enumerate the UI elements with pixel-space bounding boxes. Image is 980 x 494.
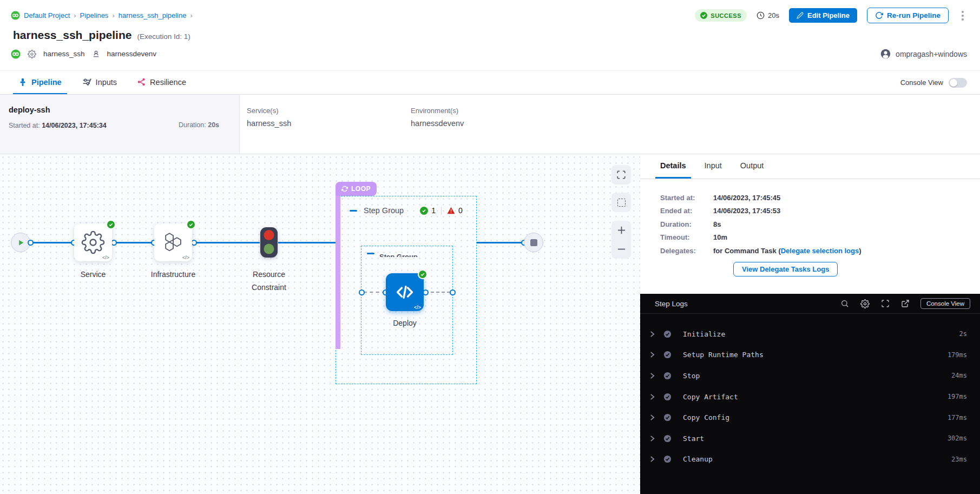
environment-name[interactable]: harnessdevenv [107, 50, 157, 58]
stage-card[interactable]: deploy-ssh Started at: 14/06/2023, 17:45… [0, 95, 240, 154]
tab-details[interactable]: Details [655, 154, 691, 179]
console-view-label: Console View [900, 78, 943, 87]
console-view-button[interactable]: Console View [920, 298, 970, 309]
deploy-node-label: Deploy [372, 317, 437, 330]
infrastructure-node[interactable]: </> [154, 223, 192, 261]
chevron-right-icon[interactable] [649, 351, 655, 358]
more-options-kebab-icon[interactable] [958, 9, 967, 23]
chevron-right-icon[interactable] [649, 435, 655, 442]
tab-resilience[interactable]: Resilience [132, 71, 192, 94]
chevron-right-icon[interactable] [649, 393, 655, 400]
search-icon[interactable] [840, 299, 849, 308]
deploy-step-node[interactable]: </> [386, 273, 424, 311]
node-port [28, 240, 34, 246]
loop-icon [341, 186, 348, 192]
success-count: 1 [431, 206, 436, 215]
open-in-new-icon[interactable] [901, 299, 910, 308]
code-glyph: </> [414, 305, 421, 310]
log-row-initialize[interactable]: Initialize2s [640, 324, 980, 345]
console-view-toggle[interactable] [949, 78, 967, 88]
log-row-stop[interactable]: Stop24ms [640, 365, 980, 386]
tab-inputs[interactable]: Inputs [77, 71, 123, 94]
tab-pipeline[interactable]: Pipeline [13, 71, 67, 94]
step-success-icon [663, 393, 672, 401]
tab-input[interactable]: Input [700, 154, 727, 179]
zoom-in-button[interactable] [616, 225, 627, 235]
resource-constraint-node[interactable] [260, 227, 278, 260]
edit-pipeline-button[interactable]: Edit Pipeline [789, 8, 857, 23]
chevron-right-icon[interactable] [649, 456, 655, 463]
log-row-copy-artifact[interactable]: Copy Artifact197ms [640, 386, 980, 407]
collapse-step-group-icon[interactable] [350, 210, 357, 212]
log-row-cleanup[interactable]: Cleanup23ms [640, 449, 980, 470]
step-success-icon [663, 434, 672, 443]
canvas-fullscreen-button[interactable] [611, 165, 631, 185]
log-row-setup-runtime-paths[interactable]: Setup Runtime Paths179ms [640, 345, 980, 366]
status-badge: SUCCESS [695, 9, 747, 22]
service-node-label: Service [61, 268, 126, 281]
success-check-icon [700, 12, 707, 19]
node-port [359, 289, 365, 295]
collapse-inner-group-icon[interactable] [367, 253, 374, 254]
service-name[interactable]: harness_ssh [43, 50, 85, 58]
service-node[interactable]: </> [74, 223, 112, 261]
infrastructure-node-label: Infrastructure [141, 268, 206, 281]
connector-line [477, 242, 525, 243]
loop-bar [336, 196, 340, 349]
step-success-icon [663, 372, 672, 380]
breadcrumb-pipeline-name[interactable]: harness_ssh_pipeline [119, 11, 187, 19]
delegate-selection-logs-link[interactable]: Delegate selection logs [781, 247, 859, 255]
log-row-copy-config[interactable]: Copy Config177ms [640, 407, 980, 428]
code-glyph: </> [102, 255, 109, 260]
gear-icon [28, 50, 36, 58]
canvas-select-button[interactable] [611, 193, 631, 212]
log-settings-gear-icon[interactable] [860, 299, 870, 308]
detail-row: Duration: 8s [660, 218, 980, 231]
breadcrumb-separator: › [190, 11, 192, 19]
breadcrumb-pipelines[interactable]: Pipelines [80, 11, 109, 19]
breadcrumb-project[interactable]: Default Project [24, 11, 70, 19]
success-check-badge [418, 269, 427, 279]
harness-cd-icon [11, 49, 21, 59]
infrastructure-hexagons-icon [162, 232, 184, 253]
chevron-right-icon[interactable] [649, 414, 655, 421]
inputs-icon [82, 77, 91, 87]
step-group-title: Step Group [364, 206, 404, 215]
services-value[interactable]: harness_ssh [247, 119, 291, 128]
breadcrumb-separator: › [112, 11, 114, 19]
inner-group-clipped-label: Step Group [379, 253, 418, 257]
pipeline-canvas[interactable]: </> Service </> Infrastructure Resource … [0, 154, 640, 494]
refresh-icon [875, 11, 883, 19]
play-icon [17, 239, 24, 246]
stage-duration-value: 20s [208, 121, 219, 129]
success-check-badge [106, 220, 116, 229]
end-node[interactable] [524, 233, 543, 252]
maximize-icon [616, 170, 626, 180]
detail-row-delegates: Delegates: for Command Task (Delegate se… [660, 244, 980, 258]
elapsed-time: 20s [757, 11, 779, 19]
zoom-out-button[interactable] [616, 244, 627, 254]
step-logs-title: Step Logs [655, 300, 688, 308]
code-glyph: </> [182, 255, 189, 260]
harness-cd-icon [11, 11, 20, 20]
chevron-right-icon[interactable] [649, 372, 655, 379]
log-row-start[interactable]: Start302ms [640, 428, 980, 449]
connector-line [21, 242, 260, 243]
clock-icon [757, 11, 765, 19]
step-details-panel: Details Input Output Started at: 14/06/2… [640, 154, 980, 294]
environments-value[interactable]: harnessdevenv [411, 119, 464, 128]
pipeline-icon [18, 78, 27, 87]
chevron-right-icon[interactable] [649, 331, 655, 338]
node-port [450, 289, 456, 295]
stage-started-value: 14/06/2023, 17:45:34 [42, 122, 107, 129]
environment-icon [92, 50, 100, 58]
detail-row: Started at: 14/06/2023, 17:45:45 [660, 191, 980, 205]
marquee-select-icon [617, 199, 626, 207]
expand-logs-icon[interactable] [881, 299, 890, 308]
tab-output[interactable]: Output [735, 154, 769, 179]
view-delegate-tasks-logs-button[interactable]: View Delegate Tasks Logs [733, 262, 838, 276]
failure-warning-icon [447, 207, 455, 214]
services-label: Service(s) [247, 107, 291, 115]
rerun-pipeline-button[interactable]: Re-run Pipeline [867, 8, 949, 23]
stage-summary-bar: deploy-ssh Started at: 14/06/2023, 17:45… [0, 95, 980, 154]
